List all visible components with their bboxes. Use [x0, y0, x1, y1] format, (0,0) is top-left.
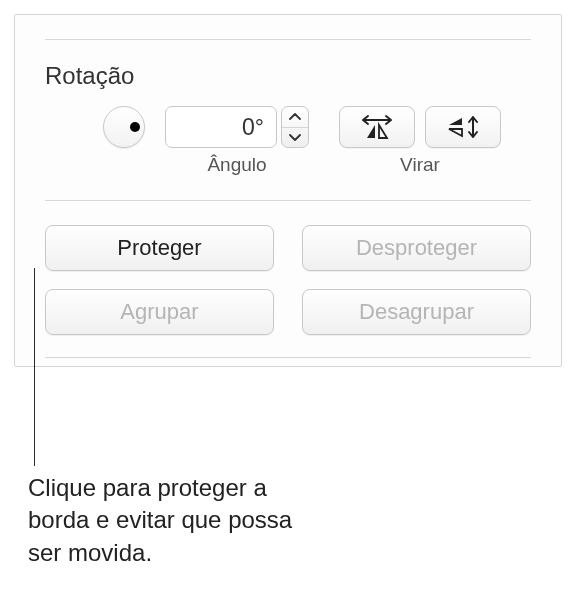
angle-step-down[interactable] [282, 127, 308, 148]
flip-label: Virar [400, 154, 440, 176]
divider-top [45, 39, 531, 40]
angle-input-wrap: 0° [165, 106, 309, 148]
section-title-rotation: Rotação [45, 62, 531, 90]
flip-horizontal-button[interactable] [339, 106, 415, 148]
flip-vertical-icon [443, 114, 483, 140]
angle-stepper [281, 106, 309, 148]
group-button: Agrupar [45, 289, 274, 335]
rotation-controls-row: 0° Ângulo [45, 106, 531, 176]
angle-group: 0° Ângulo [165, 106, 309, 176]
format-panel: Rotação 0° Ângulo [14, 14, 562, 367]
callout-leader-line [34, 268, 35, 466]
flip-buttons [339, 106, 501, 148]
flip-group: Virar [339, 106, 501, 176]
callout-text: Clique para proteger a borda e evitar qu… [28, 472, 328, 569]
lock-group-buttons: Proteger Desproteger Agrupar Desagrupar [45, 225, 531, 335]
angle-input[interactable]: 0° [165, 106, 277, 148]
flip-vertical-button[interactable] [425, 106, 501, 148]
protect-button[interactable]: Proteger [45, 225, 274, 271]
rotation-dial-wrap [103, 106, 145, 148]
divider-mid [45, 200, 531, 201]
ungroup-button: Desagrupar [302, 289, 531, 335]
unprotect-button: Desproteger [302, 225, 531, 271]
divider-bottom [45, 357, 531, 358]
chevron-down-icon [289, 133, 301, 141]
rotation-dial[interactable] [103, 106, 145, 148]
angle-step-up[interactable] [282, 107, 308, 127]
flip-horizontal-icon [357, 114, 397, 140]
chevron-up-icon [289, 113, 301, 121]
angle-value: 0° [242, 114, 264, 141]
angle-label: Ângulo [207, 154, 266, 176]
rotation-dial-indicator [130, 122, 140, 132]
